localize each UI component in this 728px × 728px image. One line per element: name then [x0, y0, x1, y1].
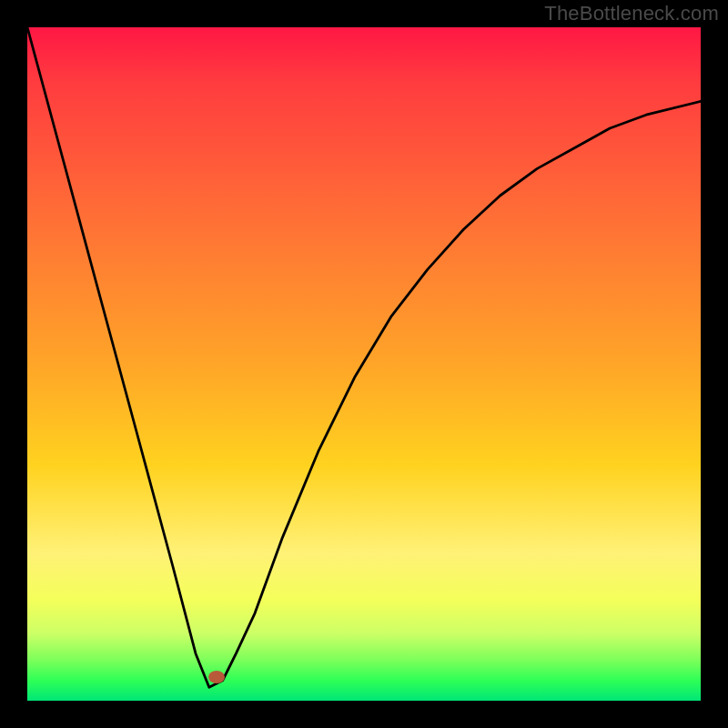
chart-frame: TheBottleneck.com	[0, 0, 728, 728]
plot-area	[27, 27, 701, 701]
min-marker	[208, 671, 225, 683]
watermark-text: TheBottleneck.com	[544, 2, 719, 25]
bottleneck-curve	[27, 27, 701, 701]
